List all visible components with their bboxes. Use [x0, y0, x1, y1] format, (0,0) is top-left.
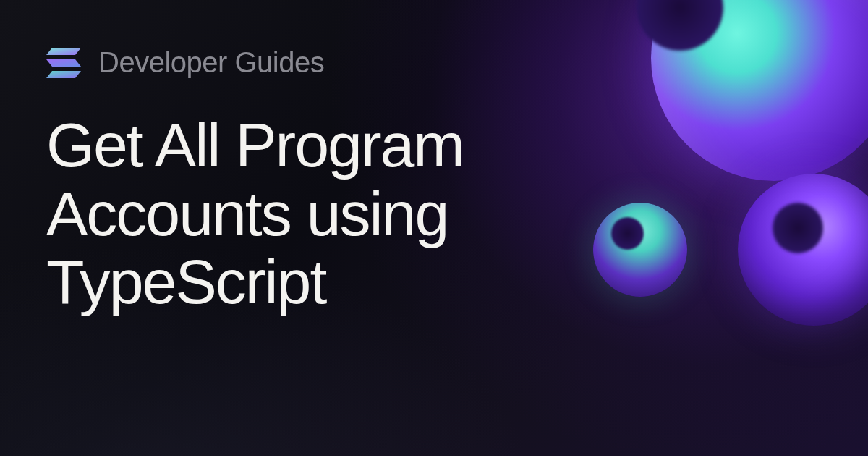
- header: Developer Guides: [46, 46, 822, 79]
- solana-logo-icon: [46, 48, 81, 78]
- page-subtitle: Developer Guides: [98, 46, 324, 79]
- content-area: Developer Guides Get All Program Account…: [0, 0, 868, 316]
- page-title: Get All Program Accounts using TypeScrip…: [46, 111, 639, 316]
